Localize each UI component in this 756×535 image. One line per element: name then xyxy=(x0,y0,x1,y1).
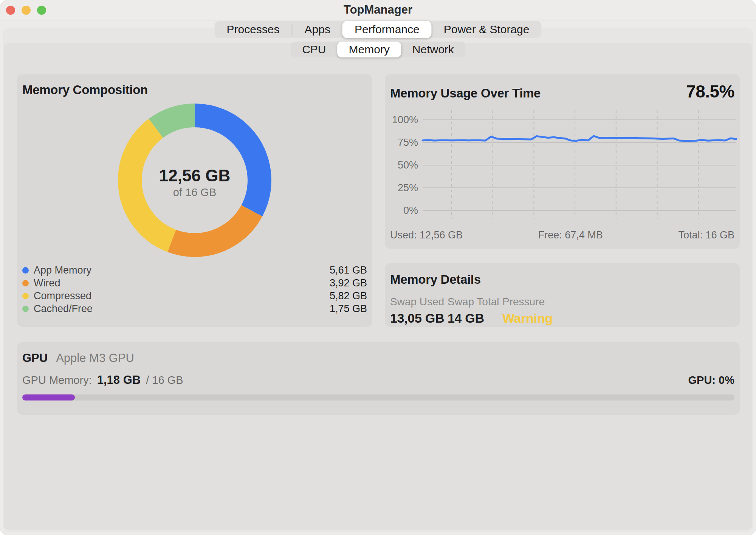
window-title: TopManager xyxy=(0,0,756,20)
legend-dot-icon xyxy=(22,306,29,312)
tab-power-storage[interactable]: Power & Storage xyxy=(432,21,542,38)
legend-label: App Memory xyxy=(34,264,91,276)
gpu-memory-used: 1,18 GB xyxy=(97,373,141,387)
legend-dot-icon xyxy=(22,267,29,274)
performance-tab-bar: CPUMemoryNetwork xyxy=(291,42,465,57)
memory-usage-line-chart xyxy=(385,74,740,249)
y-tick-label: 75% xyxy=(388,136,418,148)
legend-label: Cached/Free xyxy=(34,303,93,315)
gpu-title: GPU xyxy=(22,351,48,365)
stat-label: Swap Total xyxy=(448,296,499,308)
stat-label: Pressure xyxy=(502,296,553,308)
gpu-header: GPU Apple M3 GPU xyxy=(22,351,134,365)
legend-label: Wired xyxy=(34,277,60,289)
legend-value: 1,75 GB xyxy=(330,303,367,315)
stat-value: Warning xyxy=(502,311,553,326)
y-tick-label: 50% xyxy=(388,159,418,171)
title-bar: TopManager xyxy=(0,0,756,20)
memory-total-label: Total: 16 GB xyxy=(678,229,734,241)
legend-value: 5,82 GB xyxy=(330,290,367,302)
legend-row-compressed: Compressed5,82 GB xyxy=(22,289,367,302)
legend-value: 5,61 GB xyxy=(330,264,367,276)
app-window: TopManager ProcessesAppsPerformancePower… xyxy=(0,0,756,535)
memory-composition-donut-chart xyxy=(17,74,372,263)
gpu-usage-percent: GPU: 0% xyxy=(688,374,734,387)
memory-usage-line xyxy=(423,136,736,141)
gpu-memory-row: GPU Memory: 1,18 GB / 16 GB xyxy=(22,373,183,387)
legend-row-wired: Wired3,92 GB xyxy=(22,277,367,289)
memory-composition-card: Memory Composition 12,56 GB of 16 GB App… xyxy=(17,74,372,327)
stat-label: Swap Used xyxy=(390,296,444,308)
stat-value: 13,05 GB xyxy=(390,311,444,326)
legend-value: 3,92 GB xyxy=(330,277,367,289)
legend-dot-icon xyxy=(22,280,29,286)
gpu-card: GPU Apple M3 GPU GPU Memory: 1,18 GB / 1… xyxy=(17,342,740,415)
y-tick-label: 0% xyxy=(388,204,418,216)
memory-details-stats: Swap Used13,05 GBSwap Total14 GBPressure… xyxy=(385,296,740,325)
legend-row-app-memory: App Memory5,61 GB xyxy=(22,264,367,277)
y-tick-label: 25% xyxy=(388,182,418,194)
tab-performance[interactable]: Performance xyxy=(342,21,432,38)
legend-dot-icon xyxy=(22,293,29,299)
tab-apps[interactable]: Apps xyxy=(293,21,342,38)
memory-used-label: Used: 12,56 GB xyxy=(390,229,463,241)
stat-swap-used: Swap Used13,05 GB xyxy=(390,296,444,326)
memory-free-label: Free: 67,4 MB xyxy=(538,229,603,241)
stat-pressure: PressureWarning xyxy=(502,296,553,326)
stat-value: 14 GB xyxy=(448,311,499,326)
memory-composition-legend: App Memory5,61 GBWired3,92 GBCompressed5… xyxy=(22,264,367,315)
memory-details-card: Memory Details Swap Used13,05 GBSwap Tot… xyxy=(385,263,740,327)
gpu-memory-label: GPU Memory: xyxy=(22,374,92,387)
y-tick-label: 100% xyxy=(388,114,418,126)
memory-usage-footer: Used: 12,56 GB Free: 67,4 MB Total: 16 G… xyxy=(390,229,734,241)
gpu-memory-progress-fill xyxy=(22,394,75,400)
memory-details-title: Memory Details xyxy=(390,272,481,287)
legend-row-cached-free: Cached/Free1,75 GB xyxy=(22,302,367,315)
gpu-memory-progress-bar xyxy=(22,394,734,400)
stat-swap-total: Swap Total14 GB xyxy=(448,296,499,326)
gpu-memory-total: / 16 GB xyxy=(146,374,183,387)
main-tab-bar: ProcessesAppsPerformancePower & Storage xyxy=(215,21,542,38)
tab-network[interactable]: Network xyxy=(401,42,465,57)
tab-processes[interactable]: Processes xyxy=(215,21,292,38)
gpu-chip-name: Apple M3 GPU xyxy=(56,351,134,365)
legend-label: Compressed xyxy=(34,290,91,302)
tab-cpu[interactable]: CPU xyxy=(291,42,337,57)
memory-usage-card: Memory Usage Over Time 78.5% 100%75%50%2… xyxy=(385,74,740,249)
tab-memory[interactable]: Memory xyxy=(337,42,401,57)
